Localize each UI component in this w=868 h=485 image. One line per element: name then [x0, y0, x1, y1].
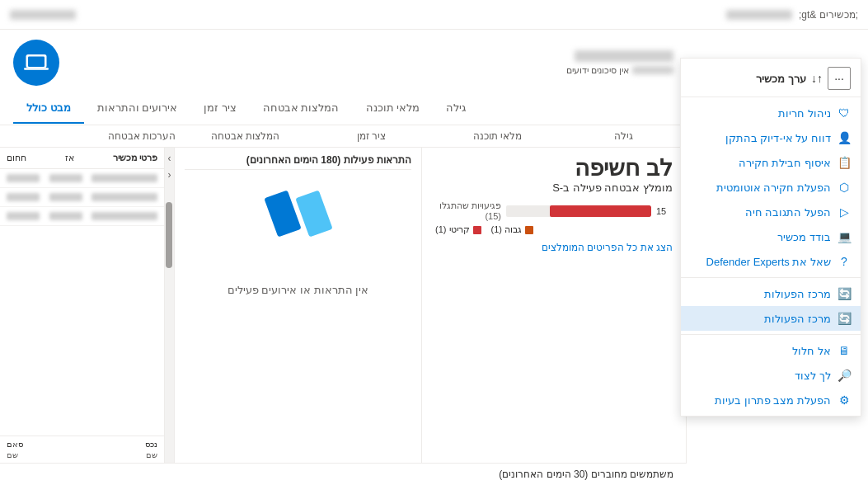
top-bar-actions: [10, 10, 76, 20]
question-icon: ?: [838, 255, 851, 268]
device-row-val-1b: [7, 174, 40, 182]
tab-alerts[interactable]: אירועים והתראות: [84, 93, 191, 124]
connected-users-label: משתמשים מחוברים (30 הימים האחרונים): [499, 469, 673, 480]
dropdown-item-troubleshoot[interactable]: ⚙ הפעלת מצב פתרון בעיות: [681, 388, 861, 412]
device-name-blurred: [575, 50, 673, 62]
laptop-avatar-icon: [24, 50, 49, 75]
svg-rect-2: [24, 68, 49, 70]
col-timeline: ציר זמן: [308, 130, 434, 142]
col-discovered: גילה: [561, 130, 687, 142]
status-blurred: [632, 66, 673, 74]
main-content: אין סיכונים ידועים מבט כולל אירועים והתר…: [0, 30, 687, 485]
col-current-label: אז: [65, 153, 74, 163]
clipboard-icon: 📋: [838, 156, 851, 169]
bottom-section: משתמשים מחוברים (30 הימים האחרונים): [0, 463, 687, 485]
tab-inventory[interactable]: מלאי תוכנה: [353, 93, 434, 124]
scrollbar-thumb: [166, 202, 172, 268]
table-row: [0, 188, 164, 207]
tab-timeline[interactable]: ציר זמן: [190, 93, 250, 124]
dropdown-item-manage-threats[interactable]: 🛡 ניהול חריות: [681, 101, 861, 125]
legend-row: קריטי (1) גבוה (1): [435, 224, 673, 235]
separator: [681, 277, 861, 278]
sort-icon: ↑↓: [811, 72, 823, 85]
dropdown-item-audit[interactable]: 👤 דווח על אי-דיוק בהתקן: [681, 125, 861, 150]
alerts-header: התראות פעילות (180 הימים האחרונים): [185, 148, 411, 170]
footer-sam-sub: שם: [7, 450, 23, 459]
dropdown-item-portal[interactable]: 🖥 אל חלול: [681, 338, 861, 363]
dropdown-item-isolate[interactable]: 💻 בודד מכשיר: [681, 224, 861, 249]
bar-label: פגיעויות שהתגלו (15): [435, 200, 501, 221]
device-list-panel: פרטי מכשיר אז חחום: [0, 148, 165, 463]
tab-recommendations[interactable]: המלצות אבטחה: [250, 93, 353, 124]
legend-high-dot: [525, 226, 533, 234]
dropdown-item-action-center[interactable]: 🔄 מרכז הפעולות: [681, 306, 861, 331]
dropdown-header: ··· ↑↓ ערך מכשיר: [681, 62, 861, 97]
gear-icon: ⚙: [838, 393, 851, 407]
panels-inner: לב חשיפה מומלץ אבטחה פעילה ב-S פגיעויות …: [0, 148, 687, 463]
no-icons-badge: אין סיכונים ידועים: [566, 65, 673, 76]
security-section: לב חשיפה מומלץ אבטחה פעילה ב-S פגיעויות …: [435, 154, 673, 253]
col-security: הערכות אבטחה: [0, 130, 182, 142]
col-inventory: מלאי תוכנה: [434, 130, 561, 142]
shield-stripe-1: [295, 190, 332, 237]
column-headers: הערכות אבטחה המלצות אבטחה ציר זמן מלאי ת…: [0, 125, 687, 148]
legend-high: גבוה (1): [491, 224, 534, 235]
tab-overview[interactable]: מבט כולל: [13, 93, 84, 124]
exposure-score: לב חשיפה: [435, 154, 673, 181]
dropdown-item-ask-experts[interactable]: ? שאל את Defender Experts: [681, 249, 861, 274]
device-subtitle: מומלץ אבטחה פעילה ב-S: [435, 181, 673, 194]
tab-discovered[interactable]: גילה: [433, 93, 479, 124]
breadcrumb: ;מכשירים &gt;: [726, 9, 858, 21]
footer-sam: סאם: [7, 440, 23, 449]
col-device-label: פרטי מכשיר: [113, 153, 157, 163]
dropdown-panel: ··· ↑↓ ערך מכשיר 🛡 ניהול חריות 👤 דווח על…: [680, 58, 861, 417]
legend-critical-dot: [473, 226, 481, 234]
play-icon: ▷: [838, 205, 851, 219]
dropdown-item-live-response[interactable]: ▷ הפעל התגובה חיה: [681, 200, 861, 224]
scrollbar-area: › ‹: [165, 148, 175, 463]
no-alerts-text: אין התראות או אירועים פעילים: [185, 284, 411, 296]
separator2: [681, 334, 861, 335]
action-center-icon: 🔄: [838, 312, 851, 325]
device-list-items: [0, 169, 164, 436]
shield-stripe-2: [264, 190, 301, 237]
user-icon: 👤: [838, 131, 851, 144]
collapse-button[interactable]: ›: [167, 151, 173, 166]
dropdown-item-collect[interactable]: 📋 איסוף חבילת חקירה: [681, 150, 861, 175]
device-header: אין סיכונים ידועים: [0, 30, 687, 92]
shield-icon: 🛡: [838, 106, 851, 120]
dots-button[interactable]: ···: [828, 67, 851, 90]
device-row-val-3a: [49, 212, 82, 220]
alerts-panel: התראות פעילות (180 הימים האחרונים) אין ה…: [175, 148, 422, 463]
device-row-val-2b: [7, 193, 40, 201]
top-bar: ;מכשירים &gt;: [0, 0, 868, 30]
device-row-val-3b: [7, 212, 40, 220]
device-info: אין סיכונים ידועים: [566, 50, 673, 76]
search-icon: 🔎: [838, 369, 851, 382]
device-row-name-2: [91, 193, 157, 201]
legend-critical: קריטי (1): [435, 224, 481, 235]
footer-asset-sub: שם: [145, 450, 157, 459]
device-row-val-2a: [49, 193, 82, 201]
device-row-name-3: [91, 212, 157, 220]
expand-button[interactable]: ‹: [167, 167, 173, 182]
bar-count: 15: [656, 206, 673, 216]
bar-chart: פגיעויות שהתגלו (15) 15: [435, 200, 673, 235]
hex-icon: ⬡: [838, 181, 851, 194]
monitor-icon: 🖥: [838, 344, 851, 357]
panels-container: הערכות אבטחה המלצות אבטחה ציר זמן מלאי ת…: [0, 125, 687, 463]
dropdown-item-hunt[interactable]: 🔎 לך לצוד: [681, 363, 861, 388]
dropdown-item-action-center-top[interactable]: 🔄 מרכז הפעולות: [681, 281, 861, 306]
dropdown-item-auto-investigate[interactable]: ⬡ הפעלת חקירה אוטומטית: [681, 175, 861, 200]
breadcrumb-label: ;מכשירים &gt;: [799, 9, 858, 21]
shield-graphic: [185, 193, 411, 234]
expose-all-link[interactable]: הצג את כל הפריטים המומלצים: [435, 242, 673, 253]
breadcrumb-blurred: [726, 10, 792, 20]
col-recommendations: המלצות אבטחה: [182, 130, 308, 142]
device-list-header: פרטי מכשיר אז חחום: [0, 148, 164, 169]
device-row-name-1: [91, 174, 157, 182]
bar-track: [506, 205, 651, 217]
table-row: [0, 207, 164, 226]
svg-rect-1: [28, 57, 45, 68]
bar-fill: [550, 205, 651, 217]
